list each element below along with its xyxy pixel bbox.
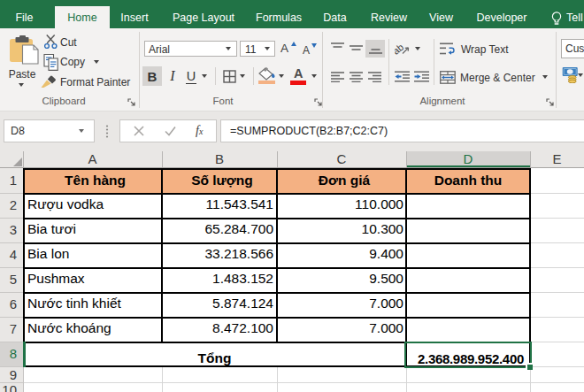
- svg-text:ab: ab: [395, 42, 405, 56]
